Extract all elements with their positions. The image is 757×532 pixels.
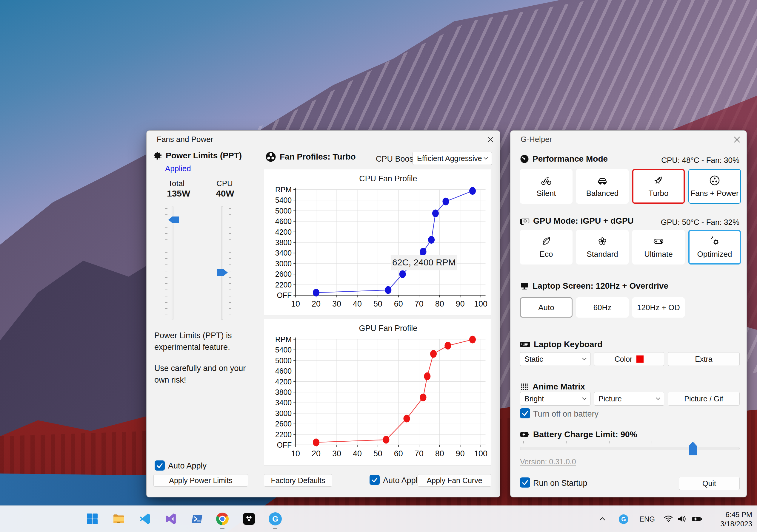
wifi-icon[interactable] bbox=[663, 514, 674, 524]
fan-auto-apply-checkbox[interactable] bbox=[370, 475, 380, 485]
svg-text:GPU Fan Profile: GPU Fan Profile bbox=[359, 324, 418, 333]
screen-button-60hz[interactable]: 60Hz bbox=[576, 297, 629, 318]
svg-text:10: 10 bbox=[291, 449, 300, 458]
svg-text:30: 30 bbox=[332, 449, 341, 458]
color-swatch bbox=[636, 355, 644, 363]
ppt-note-2: Use carefully and on your own risk! bbox=[154, 363, 248, 386]
window-title: Fans and Power bbox=[157, 131, 213, 148]
apply-power-limits-button[interactable]: Apply Power Limits bbox=[153, 474, 248, 487]
fan-auto-apply-label: Auto Apply bbox=[383, 476, 421, 485]
battery-slider-track[interactable] bbox=[520, 447, 740, 450]
start-button[interactable] bbox=[85, 512, 99, 526]
language-indicator[interactable]: ENG bbox=[639, 506, 655, 532]
battery-icon[interactable] bbox=[691, 514, 703, 524]
mode-button-fans-power[interactable]: Fans + Power bbox=[688, 169, 741, 204]
cpu-chip-icon bbox=[153, 151, 162, 160]
volume-icon[interactable] bbox=[677, 514, 688, 524]
tray-time: 6:45 PM bbox=[726, 510, 752, 519]
keyboard-color-button[interactable]: Color bbox=[594, 352, 664, 366]
matrix-brightness-dropdown[interactable]: Bright bbox=[520, 392, 590, 406]
svg-text:60: 60 bbox=[394, 449, 403, 458]
quit-button[interactable]: Quit bbox=[679, 477, 740, 490]
total-slider-track[interactable] bbox=[172, 206, 173, 320]
g-helper-tray-icon[interactable]: G bbox=[619, 514, 629, 524]
gpu-button-standard[interactable]: Standard bbox=[576, 230, 629, 265]
close-icon[interactable] bbox=[732, 135, 742, 144]
keyboard-extra-button[interactable]: Extra bbox=[668, 352, 740, 366]
cpu-boost-label: CPU Boost bbox=[376, 154, 416, 164]
cpu-slider-handle[interactable] bbox=[217, 269, 228, 276]
gpu-button-eco[interactable]: Eco bbox=[520, 230, 572, 265]
clock[interactable]: 6:45 PM 3/18/2023 bbox=[720, 506, 752, 532]
svg-text:4600: 4600 bbox=[275, 367, 292, 375]
screen-button-auto[interactable]: Auto bbox=[520, 297, 572, 318]
cpu-fan-profile-chart[interactable]: 102030405060708090100OFF2200260030003400… bbox=[264, 169, 491, 316]
version-link[interactable]: Version: 0.31.0.0 bbox=[520, 458, 576, 466]
windows-logo-icon bbox=[86, 513, 98, 525]
svg-text:3400: 3400 bbox=[275, 249, 292, 257]
svg-text:20: 20 bbox=[312, 449, 320, 458]
matrix-mode-dropdown[interactable]: Picture bbox=[594, 392, 664, 406]
g-helper-taskbar-icon[interactable]: G bbox=[268, 512, 282, 526]
check-icon bbox=[371, 476, 378, 484]
gpu-button-ultimate[interactable]: Ultimate bbox=[632, 230, 685, 265]
cpu-slider-track[interactable] bbox=[221, 206, 223, 320]
vscode-icon[interactable] bbox=[138, 512, 152, 526]
running-indicator bbox=[273, 528, 277, 529]
svg-text:40: 40 bbox=[353, 449, 362, 458]
mode-button-silent[interactable]: Silent bbox=[520, 169, 572, 204]
svg-text:70: 70 bbox=[415, 299, 424, 308]
svg-text:3000: 3000 bbox=[275, 260, 292, 268]
svg-text:30: 30 bbox=[332, 299, 341, 308]
battery-slider-handle[interactable] bbox=[689, 442, 697, 455]
ppt-note-1: Power Limits (PPT) is experimental featu… bbox=[154, 330, 248, 353]
total-value: 135W bbox=[167, 188, 190, 199]
g-helper-window: G-Helper Performance Mode CPU: 48°C - Fa… bbox=[510, 130, 747, 497]
chrome-icon[interactable] bbox=[216, 512, 229, 526]
factory-defaults-button[interactable]: Factory Defaults bbox=[264, 474, 332, 487]
run-on-startup-checkbox[interactable] bbox=[520, 477, 530, 488]
file-explorer-icon[interactable] bbox=[112, 512, 126, 526]
applied-status: Applied bbox=[165, 164, 191, 173]
svg-text:3000: 3000 bbox=[275, 409, 292, 417]
cpu-boost-dropdown[interactable]: Efficient Aggressive bbox=[412, 152, 492, 165]
power-limits-heading: Power Limits (PPT) bbox=[153, 151, 242, 160]
diamond-app-icon[interactable] bbox=[242, 512, 256, 526]
powershell-icon[interactable] bbox=[190, 512, 204, 526]
svg-text:2200: 2200 bbox=[275, 281, 292, 289]
leaf-icon bbox=[540, 236, 552, 247]
visual-studio-icon[interactable] bbox=[164, 512, 178, 526]
keyboard-mode-dropdown[interactable]: Static bbox=[520, 352, 590, 366]
battery-limit-heading: Battery Charge Limit: 90% bbox=[520, 430, 637, 439]
turn-off-on-battery-checkbox[interactable] bbox=[520, 408, 530, 418]
svg-text:5400: 5400 bbox=[275, 346, 292, 354]
check-icon bbox=[521, 409, 529, 417]
power-auto-apply-checkbox[interactable] bbox=[155, 461, 165, 471]
svg-text:3400: 3400 bbox=[275, 398, 292, 407]
mode-button-balanced[interactable]: Balanced bbox=[576, 169, 629, 204]
desktop: Fans and Power Power Limits (PPT) Applie… bbox=[0, 0, 757, 532]
fan-icon bbox=[265, 152, 276, 162]
gpu-fan-profile-chart[interactable]: 102030405060708090100OFF2200260030003400… bbox=[264, 319, 491, 465]
svg-text:90: 90 bbox=[456, 449, 465, 458]
apply-fan-curve-button[interactable]: Apply Fan Curve bbox=[418, 474, 491, 487]
mode-button-turbo[interactable]: Turbo bbox=[632, 169, 685, 204]
gpu-button-optimized[interactable]: Optimized bbox=[688, 230, 741, 265]
gpu-mode-heading: GPU Mode: iGPU + dGPU bbox=[520, 216, 634, 226]
svg-text:90: 90 bbox=[456, 299, 465, 308]
gpu-card-icon bbox=[520, 216, 530, 226]
svg-text:40: 40 bbox=[353, 299, 362, 308]
svg-text:100: 100 bbox=[474, 449, 487, 458]
anime-matrix-heading: Anime Matrix bbox=[520, 382, 585, 392]
chevron-down-icon bbox=[582, 398, 587, 400]
svg-text:2600: 2600 bbox=[275, 420, 292, 428]
screen-button-120hz-od[interactable]: 120Hz + OD bbox=[632, 297, 685, 318]
svg-text:2600: 2600 bbox=[275, 270, 292, 278]
total-slider-handle[interactable] bbox=[168, 216, 179, 223]
picture-gif-button[interactable]: Picture / Gif bbox=[668, 392, 740, 406]
total-label: Total bbox=[168, 179, 185, 188]
close-icon[interactable] bbox=[486, 135, 495, 144]
svg-text:20: 20 bbox=[312, 299, 320, 308]
tray-chevron-up-icon[interactable] bbox=[597, 514, 608, 524]
check-icon bbox=[156, 462, 164, 469]
